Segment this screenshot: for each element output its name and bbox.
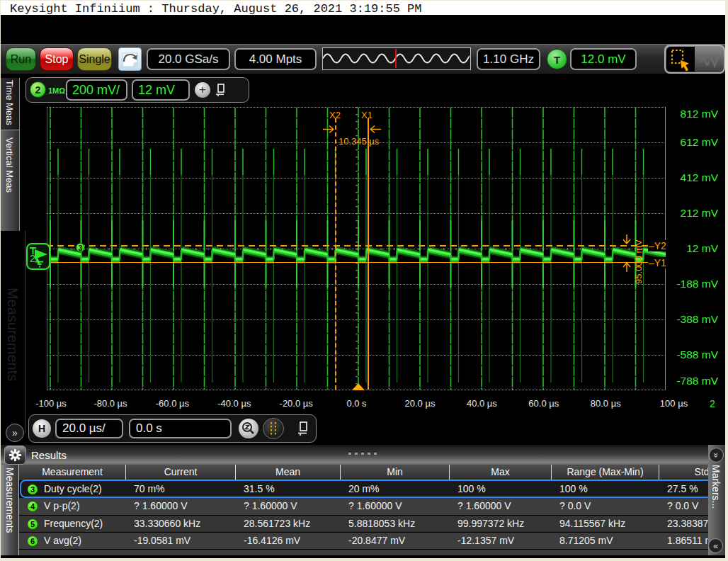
- svg-text:2: 2: [30, 253, 35, 264]
